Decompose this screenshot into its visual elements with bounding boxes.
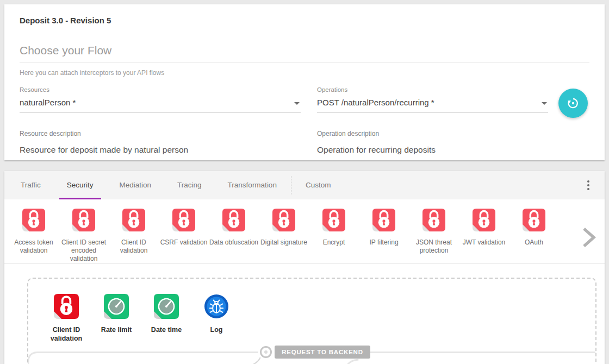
operation-description-value: Operation for recurring deposits [317,145,436,155]
resource-description-label: Resource description [20,130,317,137]
palette-item[interactable]: JWT validation [459,209,509,263]
operations-select[interactable]: Operations POST /naturalPerson/recurring… [317,86,548,113]
operation-description-block: Operation description Operation for recu… [317,130,436,155]
flow-picker-card: Deposit 3.0 - Revision 5 Choose your Flo… [4,4,605,160]
lock-icon [122,209,145,231]
attached-interceptors-row: Client ID validation Rate limit Date tim… [28,279,595,343]
palette-item[interactable]: Encrypt [309,209,359,263]
gauge-icon [154,294,179,319]
lock-icon [72,209,95,231]
interceptors-card: Traffic Security Mediation Tracing Trans… [4,171,605,364]
chevron-right-icon [582,227,596,248]
more-options-icon[interactable] [585,178,592,192]
tab-mediation[interactable]: Mediation [107,171,165,199]
tab-tracing[interactable]: Tracing [164,171,215,199]
lock-icon [422,209,445,231]
lock-icon [322,209,345,231]
descriptions-row: Resource description Resource for deposi… [20,130,589,155]
palette-item[interactable]: CSRF validation [159,209,209,263]
palette-item[interactable]: Data obfuscation [209,209,259,263]
palette-item[interactable]: IP filtering [359,209,409,263]
flow-interceptor[interactable]: Date time [141,294,191,343]
palette-item[interactable]: JSON threat protection [409,209,459,263]
palette-item[interactable]: Client ID validation [109,209,159,263]
operations-value: POST /naturalPerson/recurring * [317,97,548,108]
tab-transformation[interactable]: Transformation [215,171,290,199]
interceptor-category-tabs: Traffic Security Mediation Tracing Trans… [4,171,605,199]
resources-select[interactable]: Resources naturalPerson * [20,86,301,113]
flow-interceptor[interactable]: Rate limit [91,294,141,343]
tab-group-divider [291,176,291,194]
palette-item[interactable]: OAuth [509,209,559,263]
tab-traffic[interactable]: Traffic [8,171,54,199]
lock-icon [272,209,295,231]
interceptor-palette: Access token validation Client ID secret… [4,199,605,264]
revision-history-button[interactable] [558,89,588,118]
palette-item[interactable]: Digital signature [259,209,309,263]
lock-icon [172,209,195,231]
lock-icon [54,294,79,319]
operation-description-label: Operation description [317,130,436,137]
palette-item[interactable]: Access token validation [9,209,59,263]
resources-label: Resources [20,86,301,93]
resource-description-block: Resource description Resource for deposi… [20,130,317,155]
flow-node-circle [260,346,272,358]
lock-icon [523,209,545,231]
chevron-down-icon [542,102,547,105]
palette-item[interactable]: Client ID secret encoded validation [59,209,109,263]
flow-drop-zone[interactable]: Client ID validation Rate limit Date tim… [27,278,596,364]
lock-icon [22,209,45,231]
gauge-icon [104,294,129,319]
section-title: Choose your Flow [20,44,589,62]
tab-custom[interactable]: Custom [293,171,344,199]
resources-value: naturalPerson * [20,97,301,108]
tab-security[interactable]: Security [54,171,107,199]
flow-interceptor[interactable]: Client ID validation [41,294,91,343]
resource-description-value: Resource for deposit made by natural per… [20,145,317,155]
operations-label: Operations [317,86,548,93]
history-icon [566,96,580,110]
flow-interceptor[interactable]: Log [191,294,241,343]
lock-icon [222,209,245,231]
lock-icon [372,209,395,231]
chevron-down-icon [294,102,300,105]
bug-icon [204,294,229,319]
request-to-backend-badge: REQUEST TO BACKEND [275,346,370,359]
section-subtitle: Here you can attach interceptors to your… [20,69,589,77]
lock-icon [473,209,495,231]
flow-selectors-row: Resources naturalPerson * Operations POS… [20,86,589,118]
page-title: Deposit 3.0 - Revision 5 [20,4,589,25]
palette-next-button[interactable] [582,227,596,250]
